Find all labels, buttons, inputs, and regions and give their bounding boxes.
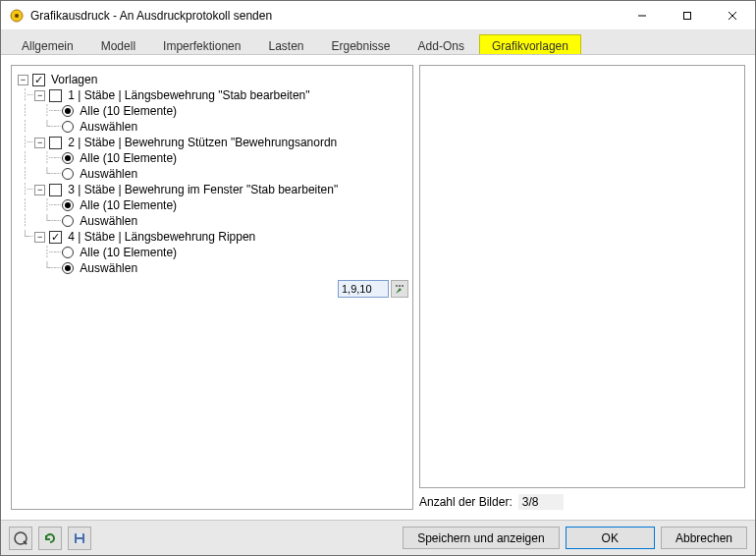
- tree-connector: ┊ └┈┈: [22, 166, 60, 182]
- radio-item-4-alle[interactable]: [62, 247, 74, 258]
- tree-connector: ┊┈: [22, 135, 32, 150]
- checkbox-item-1[interactable]: [49, 89, 62, 102]
- tree-item-1[interactable]: ┊┈ − 1 | Stäbe | Längsbewehrung "Stab be…: [16, 87, 408, 103]
- collapse-icon[interactable]: −: [34, 185, 45, 195]
- svg-rect-3: [684, 12, 691, 19]
- ok-button[interactable]: OK: [566, 527, 655, 549]
- app-icon: [9, 8, 25, 24]
- radio-item-2-alle[interactable]: [62, 152, 74, 164]
- radio-label: Alle (10 Elemente): [78, 150, 179, 166]
- radio-item-3-alle[interactable]: [62, 199, 74, 211]
- tab-lasten[interactable]: Lasten: [255, 34, 316, 54]
- window-title: Grafikausdruck - An Ausdruckprotokoll se…: [30, 9, 620, 23]
- help-button[interactable]: [9, 527, 32, 550]
- collapse-icon[interactable]: −: [34, 138, 45, 148]
- close-button[interactable]: [710, 1, 755, 30]
- checkbox-root[interactable]: ✓: [32, 74, 45, 86]
- tree-item-4-label: 4 | Stäbe | Längsbewehrung Rippen: [66, 229, 257, 245]
- collapse-icon[interactable]: −: [34, 90, 45, 101]
- tree-root-row[interactable]: − ✓ Vorlagen: [16, 72, 408, 87]
- tab-ergebnisse[interactable]: Ergebnisse: [318, 34, 403, 54]
- cancel-button[interactable]: Abbrechen: [661, 527, 747, 549]
- tree-item-4-alle[interactable]: ┊┈┈ Alle (10 Elemente): [16, 245, 408, 260]
- checkbox-item-4[interactable]: ✓: [49, 231, 62, 244]
- tab-bar: Allgemein Modell Imperfektionen Lasten E…: [1, 30, 755, 55]
- bottom-bar: Speichern und anzeigen OK Abbrechen: [1, 520, 755, 555]
- tree-connector: ┊ ┊┈┈: [22, 197, 60, 213]
- radio-label: Alle (10 Elemente): [78, 197, 179, 213]
- tree-connector: ┊┈: [22, 182, 32, 197]
- tab-allgemein[interactable]: Allgemein: [9, 34, 86, 54]
- tree-item-3[interactable]: ┊┈ − 3 | Stäbe | Bewehrung im Fenster "S…: [16, 182, 408, 197]
- collapse-icon[interactable]: −: [34, 232, 45, 243]
- tree-panel: − ✓ Vorlagen ┊┈ − 1 | Stäbe | Längsbeweh…: [11, 65, 413, 510]
- maximize-button[interactable]: [665, 1, 710, 30]
- selection-edit-box: [338, 279, 408, 299]
- radio-label: Auswählen: [78, 260, 139, 276]
- tree-connector: └┈┈: [22, 260, 60, 276]
- checkbox-item-3[interactable]: [49, 184, 62, 196]
- svg-rect-12: [77, 533, 82, 537]
- tree-connector: ┊┈┈: [22, 245, 60, 260]
- right-panel: Anzahl der Bilder: 3/8: [419, 65, 745, 510]
- tree-item-1-label: 1 | Stäbe | Längsbewehrung "Stab bearbei…: [66, 87, 311, 103]
- selection-input[interactable]: [338, 280, 389, 298]
- tree-item-4-sel[interactable]: └┈┈ Auswählen: [16, 260, 408, 276]
- svg-point-7: [399, 285, 401, 287]
- preview-area: [419, 65, 745, 488]
- tree-item-1-sel[interactable]: ┊ └┈┈ Auswählen: [16, 119, 408, 135]
- tree-item-2-label: 2 | Stäbe | Bewehrung Stützen "Bewehrung…: [66, 135, 339, 150]
- tree-root-label: Vorlagen: [49, 72, 99, 87]
- titlebar: Grafikausdruck - An Ausdruckprotokoll se…: [1, 1, 755, 30]
- tree-item-4[interactable]: └┈ − ✓ 4 | Stäbe | Längsbewehrung Rippen: [16, 229, 408, 245]
- tree-connector: ┊ ┊┈┈: [22, 150, 60, 166]
- svg-point-8: [402, 285, 404, 287]
- checkbox-item-2[interactable]: [49, 137, 62, 149]
- tree-connector: ┊ └┈┈: [22, 213, 60, 229]
- pick-elements-button[interactable]: [391, 280, 408, 298]
- tree-item-2[interactable]: ┊┈ − 2 | Stäbe | Bewehrung Stützen "Bewe…: [16, 135, 408, 150]
- save-and-show-button[interactable]: Speichern und anzeigen: [403, 527, 559, 549]
- collapse-icon[interactable]: −: [18, 75, 28, 85]
- tab-grafikvorlagen[interactable]: Grafikvorlagen: [479, 34, 581, 54]
- svg-point-1: [15, 14, 19, 18]
- dialog-window: Grafikausdruck - An Ausdruckprotokoll se…: [0, 0, 756, 556]
- save-icon-button[interactable]: [68, 527, 91, 550]
- tree-item-3-sel[interactable]: ┊ └┈┈ Auswählen: [16, 213, 408, 229]
- tree-connector: ┊ └┈┈: [22, 119, 60, 135]
- reset-button[interactable]: [38, 527, 62, 550]
- radio-item-1-sel[interactable]: [62, 121, 74, 133]
- tree-item-2-alle[interactable]: ┊ ┊┈┈ Alle (10 Elemente): [16, 150, 408, 166]
- tree-item-2-sel[interactable]: ┊ └┈┈ Auswählen: [16, 166, 408, 182]
- tab-addons[interactable]: Add-Ons: [405, 34, 477, 54]
- image-count-row: Anzahl der Bilder: 3/8: [419, 494, 745, 510]
- tree-item-3-label: 3 | Stäbe | Bewehrung im Fenster "Stab b…: [66, 182, 340, 197]
- minimize-button[interactable]: [620, 1, 665, 30]
- radio-label: Auswählen: [78, 213, 139, 229]
- radio-label: Auswählen: [78, 166, 139, 182]
- radio-label: Auswählen: [78, 119, 139, 135]
- image-count-value: 3/8: [518, 494, 565, 510]
- tree-connector: └┈: [22, 229, 32, 245]
- radio-item-3-sel[interactable]: [62, 215, 74, 227]
- tab-modell[interactable]: Modell: [88, 34, 148, 54]
- tree-item-1-alle[interactable]: ┊ ┊┈┈ Alle (10 Elemente): [16, 103, 408, 119]
- radio-label: Alle (10 Elemente): [78, 245, 179, 260]
- tree-connector: ┊ ┊┈┈: [22, 103, 60, 119]
- content-area: − ✓ Vorlagen ┊┈ − 1 | Stäbe | Längsbeweh…: [1, 55, 755, 520]
- tab-imperfektionen[interactable]: Imperfektionen: [150, 34, 253, 54]
- template-tree: − ✓ Vorlagen ┊┈ − 1 | Stäbe | Längsbeweh…: [16, 72, 408, 276]
- tree-item-3-alle[interactable]: ┊ ┊┈┈ Alle (10 Elemente): [16, 197, 408, 213]
- svg-point-6: [396, 285, 398, 287]
- tree-connector: ┊┈: [22, 87, 32, 103]
- radio-label: Alle (10 Elemente): [78, 103, 179, 119]
- radio-item-2-sel[interactable]: [62, 168, 74, 180]
- image-count-label: Anzahl der Bilder:: [419, 495, 513, 509]
- radio-item-4-sel[interactable]: [62, 262, 74, 274]
- svg-rect-13: [77, 539, 82, 543]
- radio-item-1-alle[interactable]: [62, 105, 74, 117]
